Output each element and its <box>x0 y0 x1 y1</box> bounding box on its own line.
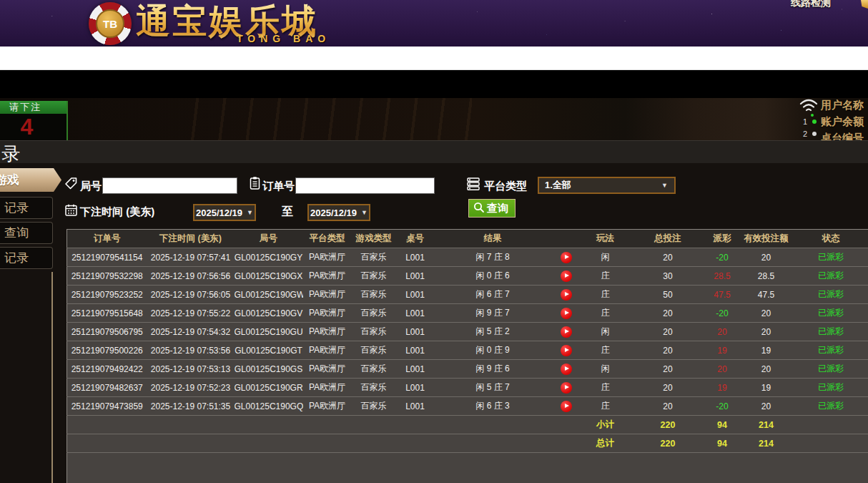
cell-order-no: 251219079523252 <box>67 286 147 304</box>
table-row: 2512190794924222025-12-19 07:53:13GL0012… <box>67 360 868 379</box>
line-check-link[interactable]: 线路检测 <box>791 0 831 9</box>
cell-status: 已派彩 <box>794 248 868 267</box>
table-row: 2512190795322982025-12-19 07:56:56GL0012… <box>67 267 868 286</box>
game-video-planks <box>172 98 472 140</box>
cell-order-no: 251219079482637 <box>67 379 147 397</box>
cell-status: 已派彩 <box>794 286 868 304</box>
bet-status-box: 请下注 4 <box>0 101 68 140</box>
cell-game-type: 百家乐 <box>352 323 396 341</box>
cell-valid-bet: 47.5 <box>739 286 794 304</box>
game-area: 请下注 4 1 2 用户名称： 账户余额： 桌台编号： <box>0 70 868 140</box>
order-number-input[interactable] <box>295 177 435 194</box>
replay-cell <box>551 304 581 323</box>
play-icon[interactable] <box>561 252 572 263</box>
cell-platform: PA欧洲厅 <box>303 248 352 267</box>
cell-status: 已派彩 <box>794 379 868 397</box>
cell-bet-time: 2025-12-19 07:54:32 <box>147 323 235 341</box>
search-button[interactable]: 查询 <box>468 199 516 218</box>
seat-number: 2 <box>803 130 807 138</box>
round-number-input[interactable] <box>102 177 237 194</box>
col-bet-time: 下注时间 (美东) <box>147 230 235 248</box>
cell-valid-bet: 20 <box>739 304 794 323</box>
cell-valid-bet: 28.5 <box>739 267 794 286</box>
cell-round-no: GL00125C190GR <box>235 379 303 397</box>
grand-total-valid-bet: 214 <box>739 434 794 453</box>
cell-table-no: L001 <box>396 267 435 286</box>
search-icon <box>473 202 485 215</box>
cell-game-type: 百家乐 <box>352 341 396 360</box>
table-number-label: 桌台编号： <box>821 132 868 140</box>
play-icon[interactable] <box>561 364 572 375</box>
white-strip <box>0 47 868 70</box>
cell-order-no: 251219079532298 <box>67 267 147 286</box>
subtotal-row: 小计 220 94 214 <box>67 416 868 434</box>
table-row: 2512190795411542025-12-19 07:57:41GL0012… <box>67 248 868 267</box>
col-play: 玩法 <box>581 230 630 248</box>
date-to-select[interactable]: 2025/12/19 ▼ <box>307 204 370 221</box>
cell-game-type: 百家乐 <box>352 248 396 267</box>
title-bar: 录 <box>0 140 868 163</box>
date-from-select[interactable]: 2025/12/19 ▼ <box>193 204 256 221</box>
play-icon[interactable] <box>561 289 572 301</box>
replay-cell <box>551 360 581 379</box>
subtotal-total-bet: 220 <box>630 416 706 434</box>
sidebar-item-game[interactable]: 游戏 <box>0 168 61 192</box>
brand-chip-icon: TB <box>89 2 132 45</box>
cell-payout: 28.5 <box>706 267 739 286</box>
table-row: 2512190795067952025-12-19 07:54:32GL0012… <box>67 323 868 341</box>
wifi-icon <box>799 99 818 116</box>
cell-table-no: L001 <box>396 323 435 341</box>
top-header: TB 通宝娱乐城 TONG BAO 线路检测 <box>0 0 868 47</box>
col-total-bet: 总投注 <box>630 230 706 248</box>
replay-cell <box>551 323 581 341</box>
replay-cell <box>551 248 581 267</box>
cell-play: 庄 <box>581 397 630 416</box>
cell-status: 已派彩 <box>794 341 868 360</box>
cell-table-no: L001 <box>396 379 435 397</box>
date-to-value: 2025/12/19 <box>310 208 357 218</box>
play-icon[interactable] <box>561 382 572 394</box>
cell-result: 闲 7 庄 8 <box>435 248 551 267</box>
play-icon[interactable] <box>561 270 572 282</box>
platform-type-label: 平台类型 <box>484 180 527 193</box>
subtotal-valid-bet: 214 <box>739 416 794 434</box>
sidebar-divider <box>51 272 53 483</box>
col-payout: 派彩 <box>706 230 739 248</box>
table-row: 2512190795002262025-12-19 07:53:56GL0012… <box>67 341 868 360</box>
cell-payout: 20 <box>706 360 739 379</box>
cell-total-bet: 20 <box>630 341 706 360</box>
cell-round-no: GL00125C190GW <box>235 286 303 304</box>
play-icon[interactable] <box>561 326 572 338</box>
game-info-panel: 1 2 用户名称： 账户余额： 桌台编号： <box>795 99 868 140</box>
play-icon[interactable] <box>561 401 572 412</box>
date-from-value: 2025/12/19 <box>196 208 242 218</box>
col-round-no: 局号 <box>235 230 303 248</box>
cell-bet-time: 2025-12-19 07:53:56 <box>147 341 235 360</box>
cell-platform: PA欧洲厅 <box>303 304 352 323</box>
play-icon[interactable] <box>561 345 572 356</box>
cell-payout: -20 <box>706 397 739 416</box>
bet-time-label: 下注时间 (美东) <box>80 205 154 219</box>
platform-icon <box>466 177 480 194</box>
platform-select[interactable]: 1.全部 ▼ <box>538 177 676 194</box>
table-row: 2512190794738592025-12-19 07:51:35GL0012… <box>67 397 868 416</box>
replay-cell <box>551 397 581 416</box>
cell-game-type: 百家乐 <box>352 267 396 286</box>
col-result: 结果 <box>435 230 551 248</box>
cell-valid-bet: 20 <box>739 397 794 416</box>
cell-round-no: GL00125C190GV <box>235 304 303 323</box>
sidebar-item-query[interactable]: 查询 <box>0 222 53 244</box>
play-icon[interactable] <box>561 308 572 319</box>
cell-round-no: GL00125C190GX <box>235 267 303 286</box>
sidebar-item-history[interactable]: 记录 <box>0 247 53 269</box>
sidebar-item-records[interactable]: 记录 <box>0 197 53 219</box>
brand-chip-label: TB <box>96 9 124 38</box>
cell-total-bet: 20 <box>630 379 706 397</box>
cell-bet-time: 2025-12-19 07:55:22 <box>147 304 235 323</box>
col-replay <box>551 230 581 248</box>
cell-result: 闲 6 庄 3 <box>435 397 551 416</box>
cell-play: 庄 <box>581 286 630 304</box>
cell-payout: 47.5 <box>706 286 739 304</box>
chevron-down-icon: ▼ <box>247 209 253 216</box>
cell-round-no: GL00125C190GT <box>235 341 303 360</box>
